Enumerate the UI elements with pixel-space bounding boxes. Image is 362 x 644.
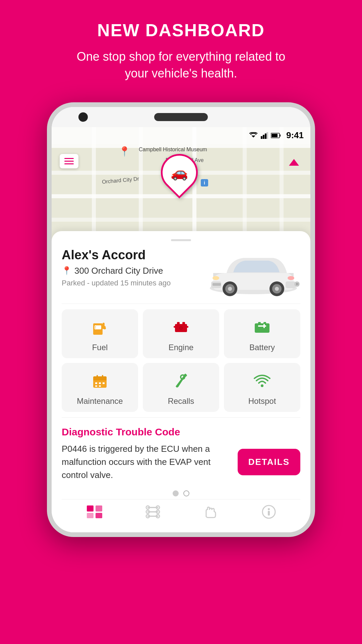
svg-rect-61 (87, 513, 94, 518)
battery-icon (253, 319, 271, 339)
car-icon: 🚗 (171, 164, 188, 180)
svg-rect-48 (102, 375, 103, 378)
car-map-pin[interactable]: 🚗 (161, 154, 198, 191)
dtc-description: P0446 is triggered by the ECU when a mal… (62, 442, 231, 482)
dtc-section: Diagnostic Trouble Code P0446 is trigger… (62, 423, 300, 485)
battery-status-icon (271, 133, 281, 138)
nav-item-diagnostics[interactable] (145, 505, 161, 519)
car-info-card: Alex's Accord 📍 300 Orchard City Drive P… (52, 231, 310, 532)
phone-screen: Campbell Historical Museum Orchard City … (52, 127, 310, 532)
svg-rect-2 (263, 135, 264, 139)
recalls-label: Recalls (168, 396, 194, 406)
wifi-icon (249, 132, 258, 139)
svg-marker-0 (251, 136, 255, 138)
nav-item-home[interactable] (86, 505, 103, 519)
svg-rect-46 (93, 378, 107, 380)
svg-rect-38 (255, 323, 269, 333)
hotspot-label: Hotspot (248, 396, 276, 406)
nav-item-service[interactable] (203, 505, 220, 519)
svg-rect-59 (87, 505, 94, 512)
phone-camera (78, 112, 88, 122)
svg-point-18 (228, 287, 232, 291)
fuel-icon (91, 319, 109, 339)
engine-icon (172, 319, 190, 339)
service-nav-icon (203, 505, 220, 519)
battery-label: Battery (249, 343, 275, 352)
dot-1[interactable] (173, 490, 179, 496)
divider-1 (62, 304, 300, 304)
recalls-icon (172, 372, 190, 392)
svg-rect-25 (95, 325, 101, 329)
page-subtitle: One stop shop for everything related to … (64, 48, 298, 82)
svg-marker-8 (289, 159, 299, 166)
dot-2[interactable] (183, 490, 189, 496)
car-name: Alex's Accord (62, 248, 206, 262)
location-pin-icon: 📍 (62, 266, 72, 275)
svg-rect-28 (104, 326, 106, 329)
svg-rect-39 (258, 322, 261, 324)
diagnostics-nav-icon (145, 505, 161, 519)
car-svg: H (206, 248, 300, 298)
feature-card-fuel[interactable]: Fuel (62, 309, 138, 358)
status-time: 9:41 (286, 130, 304, 141)
svg-rect-60 (96, 505, 102, 512)
feature-card-battery[interactable]: Battery (224, 309, 300, 358)
car-info: Alex's Accord 📍 300 Orchard City Drive P… (62, 248, 206, 287)
svg-rect-52 (95, 385, 97, 387)
svg-rect-4 (266, 132, 268, 139)
svg-point-23 (288, 276, 294, 280)
dtc-content: P0446 is triggered by the ECU when a mal… (62, 442, 300, 482)
dtc-details-button[interactable]: DETAILS (238, 449, 300, 475)
map-marker-info: i (201, 179, 208, 186)
header-area: NEW DASHBOARD One stop shop for everythi… (0, 0, 362, 96)
svg-rect-3 (265, 133, 266, 139)
phone-top (52, 107, 310, 127)
phone-speaker (154, 113, 208, 121)
svg-rect-49 (95, 382, 97, 384)
car-status: Parked - updated 15 minutes ago (62, 279, 206, 287)
svg-point-73 (268, 508, 270, 510)
map-menu-button[interactable] (60, 154, 78, 168)
svg-point-58 (261, 384, 263, 387)
svg-rect-32 (177, 322, 180, 325)
pin-circle: 🚗 (153, 146, 205, 199)
map-marker-restaurant: 📍 (119, 146, 130, 157)
feature-card-hotspot[interactable]: Hotspot (224, 363, 300, 412)
svg-rect-7 (272, 134, 278, 137)
card-handle[interactable] (171, 239, 191, 241)
maintenance-label: Maintenance (77, 396, 123, 406)
feature-grid: Fuel (62, 309, 300, 412)
maintenance-icon (91, 372, 109, 392)
svg-rect-53 (99, 385, 101, 387)
svg-rect-62 (96, 513, 102, 518)
svg-rect-34 (174, 326, 176, 328)
dtc-title: Diagnostic Trouble Code (62, 426, 300, 438)
car-image: H (206, 248, 300, 298)
home-nav-icon (86, 505, 103, 519)
map-collapse-button[interactable] (286, 154, 302, 172)
car-location: 📍 300 Orchard City Drive (62, 266, 206, 276)
nav-item-info[interactable] (262, 505, 276, 519)
feature-card-maintenance[interactable]: Maintenance (62, 363, 138, 412)
car-header: Alex's Accord 📍 300 Orchard City Drive P… (62, 248, 300, 298)
car-address: 300 Orchard City Drive (74, 266, 163, 276)
status-icons: 9:41 (249, 130, 304, 141)
fuel-label: Fuel (92, 343, 108, 352)
bottom-nav (62, 499, 300, 526)
svg-rect-1 (261, 136, 262, 139)
svg-rect-40 (263, 322, 266, 324)
hotspot-icon (253, 372, 271, 392)
map-label-orchard: Orchard City Dr (102, 176, 139, 185)
svg-point-37 (180, 327, 182, 329)
svg-rect-12 (286, 281, 296, 288)
engine-label: Engine (169, 343, 194, 352)
hamburger-icon (64, 158, 74, 164)
divider-2 (62, 417, 300, 418)
map-label-museum: Campbell Historical Museum (139, 147, 207, 153)
svg-point-21 (275, 287, 279, 291)
svg-rect-43 (258, 325, 262, 327)
map-area: Campbell Historical Museum Orchard City … (52, 127, 310, 241)
feature-card-engine[interactable]: Engine (143, 309, 219, 358)
map-status-bar: 9:41 (52, 127, 310, 144)
feature-card-recalls[interactable]: Recalls (143, 363, 219, 412)
